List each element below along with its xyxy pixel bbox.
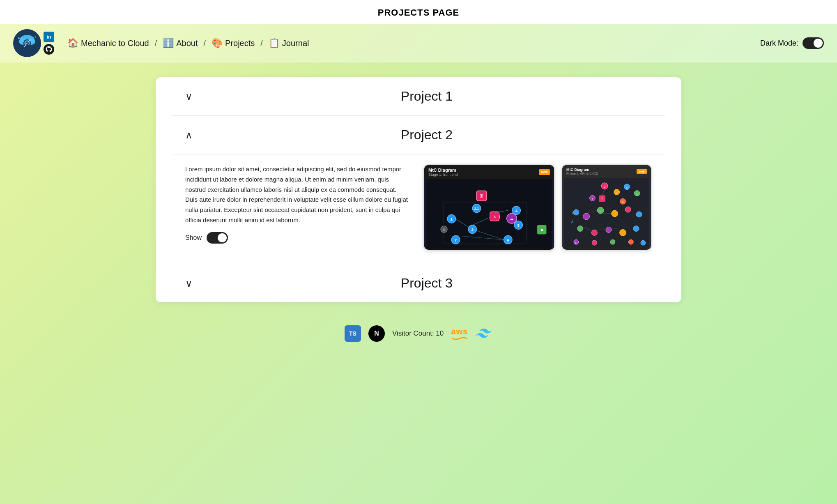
svg-point-66 [636,212,642,217]
nav-home-label: Mechanic to Cloud [81,39,149,48]
svg-text:λ: λ [571,219,573,223]
diagram-1-title: MtC Diagram [428,168,458,173]
palette-icon: 🎨 [212,38,223,48]
svg-point-64 [612,210,618,217]
dark-mode-control: Dark Mode: [760,37,824,49]
svg-point-71 [633,226,639,232]
show-toggle[interactable] [207,232,228,244]
svg-text:3!: 3! [480,194,483,198]
svg-point-69 [606,227,612,233]
aws-footer-badge: aws [451,327,468,340]
svg-text:7: 7 [601,197,603,200]
svg-text:☁: ☁ [510,217,513,221]
svg-point-75 [610,239,615,244]
diagram-2-title-block: MtC Diagram Phase 2: API & CI/CD [566,168,598,175]
nav-sep-1: / [155,39,157,48]
toggle-thumb [814,39,823,48]
social-icons-group: in [44,32,54,55]
project-2-header[interactable]: ∧ Project 2 [172,116,665,154]
nav-journal[interactable]: 📋 Journal [266,36,312,50]
diagram-2-header: MtC Diagram Phase 2: API & CI/CD aws [562,165,651,178]
show-toggle-row: Show [185,232,410,244]
nav-projects[interactable]: 🎨 Projects [209,36,257,50]
show-toggle-thumb [218,233,227,242]
project-2-title: Project 2 [202,127,652,143]
navbar: in 🏠 Mechanic to Cloud / ℹ️ About / [0,24,837,62]
diagram-1-subtitle: Stage 1: front end [428,173,458,177]
svg-point-70 [620,230,626,236]
svg-text:1: 1 [451,217,453,221]
diagram-2-content: 2 4 5 6 3 7 [562,178,651,247]
svg-point-5 [18,37,20,39]
diagram-card-1[interactable]: MtC Diagram Stage 1: front end aws [423,164,555,251]
diagram-1-inner: MtC Diagram Stage 1: front end aws [424,165,554,250]
visitor-count: Visitor Count: 10 [392,329,444,338]
show-label: Show [185,234,202,242]
info-icon: ℹ️ [163,38,174,48]
svg-text:4: 4 [515,209,518,213]
project-2-description-area: Lorem ipsum dolor sit amet, consectetur … [185,164,410,244]
svg-text:■: ■ [541,228,543,232]
site-logo[interactable] [13,29,41,57]
svg-point-76 [628,239,633,244]
svg-text:3.1: 3.1 [575,242,577,244]
nav-sep-2: / [203,39,206,48]
nav-about[interactable]: ℹ️ About [160,36,200,50]
svg-point-65 [625,207,631,212]
project-2-chevron: ∧ [185,129,202,141]
project-3-chevron: ∨ [185,278,202,289]
tailwind-icon [475,327,492,340]
svg-point-61 [583,213,590,220]
nav-home[interactable]: 🏠 Mechanic to Cloud [65,36,152,50]
diagram-2-inner: MtC Diagram Phase 2: API & CI/CD aws [562,165,651,250]
svg-text:9: 9 [600,209,601,212]
project-1-header[interactable]: ∨ Project 1 [172,77,665,116]
diagram-1-aws-badge: aws [539,169,550,175]
logo-area: in [13,29,54,57]
project-1-chevron: ∨ [185,91,202,102]
diagram-2-title: MtC Diagram [566,168,598,172]
project-2-description: Lorem ipsum dolor sit amet, consectetur … [185,164,410,226]
linkedin-icon[interactable]: in [44,32,54,42]
diagram-1-content: 1 2 2.1 3 [424,179,554,248]
github-icon[interactable] [44,44,54,55]
svg-point-68 [591,230,597,235]
diagram-1-header: MtC Diagram Stage 1: front end aws [424,165,554,179]
svg-point-77 [641,240,646,245]
diagram-2-aws-badge: aws [637,169,647,174]
nextjs-badge: N [368,325,385,342]
svg-text:⚙: ⚙ [571,211,575,215]
svg-point-6 [35,37,36,38]
footer: TS N Visitor Count: 10 aws [0,317,837,346]
dark-mode-toggle[interactable] [803,37,824,49]
nav-sep-3: / [260,39,263,48]
project-3-title: Project 3 [202,276,652,291]
nav-about-label: About [176,39,198,48]
svg-text:2.1: 2.1 [474,207,479,211]
journal-icon: 📋 [269,38,280,48]
project-3-header[interactable]: ∨ Project 3 [172,264,665,302]
projects-container: ∨ Project 1 ∧ Project 2 Lorem ipsum dolo… [156,77,681,302]
svg-text:3: 3 [494,215,496,219]
svg-text:7: 7 [455,238,457,242]
diagram-card-2[interactable]: MtC Diagram Phase 2: API & CI/CD aws [561,164,652,251]
svg-text:⚙: ⚙ [443,228,446,232]
page-title: PROJECTS PAGE [378,7,459,18]
svg-text:2: 2 [604,185,605,188]
typescript-badge: TS [345,325,361,342]
project-1-title: Project 1 [202,89,652,104]
home-icon: 🏠 [67,38,78,48]
nav-links: 🏠 Mechanic to Cloud / ℹ️ About / 🎨 Proje… [65,36,754,50]
diagrams-area: MtC Diagram Stage 1: front end aws [423,164,652,251]
nav-projects-label: Projects [225,39,255,48]
svg-text:5: 5 [517,223,520,228]
svg-rect-10 [426,179,552,248]
project-2-expanded: Lorem ipsum dolor sit amet, consectetur … [172,154,665,264]
svg-point-74 [592,240,597,245]
dark-mode-label: Dark Mode: [760,39,798,48]
diagram-1-title-block: MtC Diagram Stage 1: front end [428,168,458,177]
nav-journal-label: Journal [282,39,309,48]
diagram-2-subtitle: Phase 2: API & CI/CD [566,172,598,175]
svg-text:6: 6 [507,238,509,242]
